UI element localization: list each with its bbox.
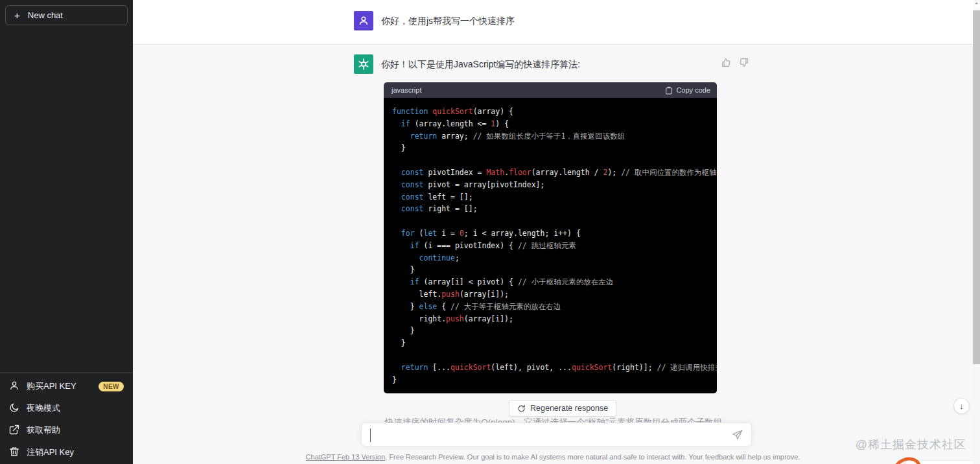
scroll-to-bottom-button[interactable]: ↓ [953, 398, 970, 414]
sidebar-item-label: 注销API Key [27, 447, 124, 458]
sidebar-item-label: 购买API KEY [27, 380, 91, 392]
sidebar-item-label: 夜晚模式 [27, 402, 124, 414]
sidebar-item-get-help[interactable]: 获取帮助 [5, 419, 128, 441]
sidebar-item-night-mode[interactable]: 夜晚模式 [5, 397, 128, 419]
user-message-row [133, 0, 980, 44]
footer-text: . Free Research Preview. Our goal is to … [385, 453, 800, 461]
user-message: 你好，使用js帮我写一个快速排序 [381, 16, 515, 27]
sidebar: + New chat 购买API KEY NEW 夜晚模式 [0, 0, 133, 464]
new-badge: NEW [99, 382, 124, 391]
copy-code-button[interactable]: Copy code [665, 86, 710, 95]
copy-code-label: Copy code [676, 86, 710, 94]
person-icon [358, 15, 369, 27]
arrow-down-icon: ↓ [959, 401, 964, 411]
send-button[interactable] [732, 430, 743, 443]
code-block: javascript Copy code function quickSort(… [384, 82, 717, 393]
refresh-icon [517, 404, 526, 413]
user-icon [9, 380, 19, 393]
code-content: function quickSort(array) { if (array.le… [384, 98, 717, 393]
moon-icon [9, 402, 19, 415]
sidebar-item-label: 获取帮助 [27, 424, 124, 436]
juejin-logo-fragment [893, 456, 920, 464]
version-link[interactable]: ChatGPT Feb 13 Version [306, 453, 386, 461]
page-scrollbar[interactable]: ⌃ [973, 0, 980, 464]
scrollbar-thumb[interactable] [973, 10, 980, 364]
sidebar-item-buy-api-key[interactable]: 购买API KEY NEW [5, 375, 128, 397]
external-link-icon [9, 424, 19, 437]
code-language-label: javascript [391, 86, 421, 94]
thumbs-down-icon[interactable] [738, 57, 749, 71]
scrollbar-up-arrow-icon[interactable]: ⌃ [973, 1, 980, 10]
feedback-buttons [721, 57, 749, 71]
code-block-header: javascript Copy code [384, 82, 717, 98]
regenerate-response-label: Regenerate response [530, 404, 608, 413]
message-input[interactable] [361, 423, 752, 447]
chatgpt-app: + New chat 购买API KEY NEW 夜晚模式 [0, 0, 980, 464]
trash-icon [9, 447, 19, 459]
new-chat-label: New chat [28, 10, 63, 20]
sidebar-item-logout-api-key[interactable]: 注销API Key [5, 441, 128, 463]
openai-logo-icon [357, 58, 370, 71]
regenerate-response-button[interactable]: Regenerate response [509, 400, 616, 417]
text-cursor [370, 428, 371, 442]
paper-plane-icon [732, 430, 743, 440]
footer-disclaimer: ChatGPT Feb 13 Version. Free Research Pr… [133, 453, 973, 461]
clipboard-icon [665, 86, 673, 95]
assistant-message: 你好！以下是使用JavaScript编写的快速排序算法: [381, 59, 580, 71]
new-chat-button[interactable]: + New chat [5, 5, 128, 25]
sidebar-footer: 购买API KEY NEW 夜晚模式 获取帮助 [0, 373, 133, 464]
thumbs-up-icon[interactable] [721, 57, 732, 71]
user-avatar [354, 11, 373, 30]
assistant-avatar [354, 54, 373, 74]
plus-icon: + [14, 10, 20, 20]
watermark-text: @稀土掘金技术社区 [856, 437, 966, 452]
